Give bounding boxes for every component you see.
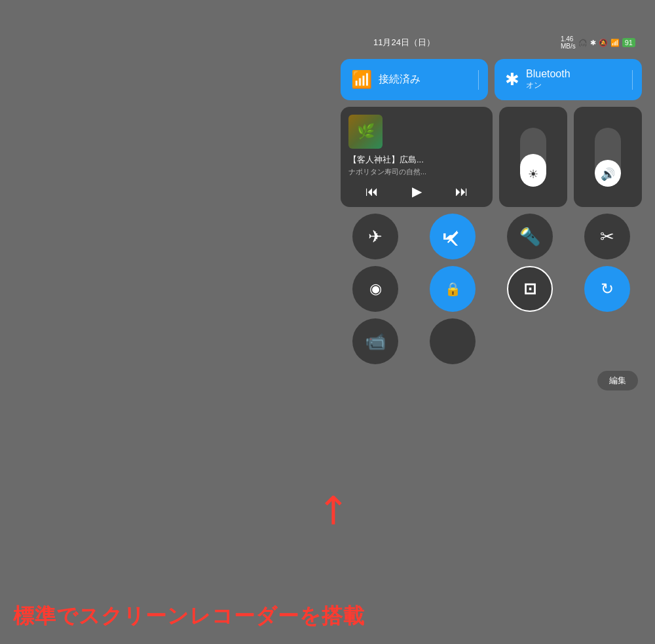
battery-icon: 91	[622, 38, 635, 47]
icon-row-3: 📹	[341, 318, 642, 364]
bottom-annotation: 標準でスクリーンレコーダーを搭載	[13, 602, 642, 631]
auto-rotate-button[interactable]: 🔒	[430, 266, 476, 312]
wifi-text: 接続済み	[379, 73, 421, 86]
wifi-icon: 📶	[351, 69, 372, 90]
bluetooth-toggle[interactable]: ✱ Bluetooth オン	[495, 59, 642, 100]
icon-row-2: ◉ 🔒 ⊡ ↻	[341, 266, 642, 312]
icon-row-1: ✈ 🔦 ✂	[341, 214, 642, 259]
status-bar: 11月24日（日） 1.46MB/s 🎧 ✱ 🔕 📶 91	[341, 33, 642, 52]
next-button[interactable]: ⏭	[455, 184, 468, 199]
airplane-button[interactable]: ✈	[352, 214, 398, 259]
scissors-button[interactable]: ✂	[584, 214, 630, 259]
wifi-toggle[interactable]: 📶 接続済み	[341, 59, 488, 100]
bluetooth-icon: ✱	[505, 69, 519, 90]
edit-button[interactable]: 編集	[597, 371, 638, 390]
wifi-divider	[478, 70, 479, 90]
bt-divider	[632, 70, 633, 90]
brightness-icon: ☀	[528, 167, 538, 181]
prev-button[interactable]: ⏮	[365, 184, 379, 199]
wifi-label: 接続済み	[379, 73, 421, 86]
extra-button[interactable]	[430, 318, 476, 364]
speed-icon: 1.46MB/s	[561, 35, 576, 50]
empty-slot-1	[507, 318, 553, 364]
thumbnail-emoji: 🌿	[357, 123, 375, 140]
mute-icon	[443, 227, 462, 246]
empty-slot-2	[584, 318, 630, 364]
bluetooth-label: Bluetooth	[526, 68, 571, 80]
status-date: 11月24日（日）	[373, 37, 435, 48]
media-thumbnail: 🌿	[348, 115, 383, 149]
bluetooth-status-icon: ✱	[590, 39, 596, 47]
play-button[interactable]: ▶	[412, 183, 422, 199]
reading-mode-button[interactable]: ◉	[352, 266, 398, 312]
headphone-icon: 🎧	[578, 39, 588, 47]
edit-row: 編集	[341, 371, 642, 393]
status-icons: 1.46MB/s 🎧 ✱ 🔕 📶 91	[561, 35, 635, 50]
media-title: 【客人神社】広島...	[348, 154, 485, 166]
silent-button[interactable]	[430, 214, 476, 259]
scan-button[interactable]: ⊡	[507, 266, 553, 312]
volume-slider-card[interactable]: 🔊	[574, 107, 642, 207]
media-row: 🌿 【客人神社】広島... ナポリタン寿司の自然... ⏮ ▶ ⏭ ☀ 🔊	[341, 107, 642, 207]
silent-status-icon: 🔕	[599, 39, 608, 47]
wifi-status-icon: 📶	[610, 39, 620, 47]
bluetooth-status: オン	[526, 80, 571, 91]
red-arrow: ↗	[307, 484, 358, 535]
quick-toggles-row: 📶 接続済み ✱ Bluetooth オン	[341, 59, 642, 100]
sync-button[interactable]: ↻	[584, 266, 630, 312]
volume-track: 🔊	[595, 128, 621, 187]
media-controls: ⏮ ▶ ⏭	[348, 183, 485, 199]
volume-icon: 🔊	[601, 167, 615, 181]
media-player: 🌿 【客人神社】広島... ナポリタン寿司の自然... ⏮ ▶ ⏭	[341, 107, 493, 207]
screen-record-button[interactable]: 📹	[352, 318, 398, 364]
bluetooth-text: Bluetooth オン	[526, 68, 571, 91]
torch-button[interactable]: 🔦	[507, 214, 553, 259]
media-subtitle: ナポリタン寿司の自然...	[348, 167, 485, 177]
brightness-slider-card[interactable]: ☀	[499, 107, 567, 207]
brightness-track: ☀	[520, 128, 546, 187]
